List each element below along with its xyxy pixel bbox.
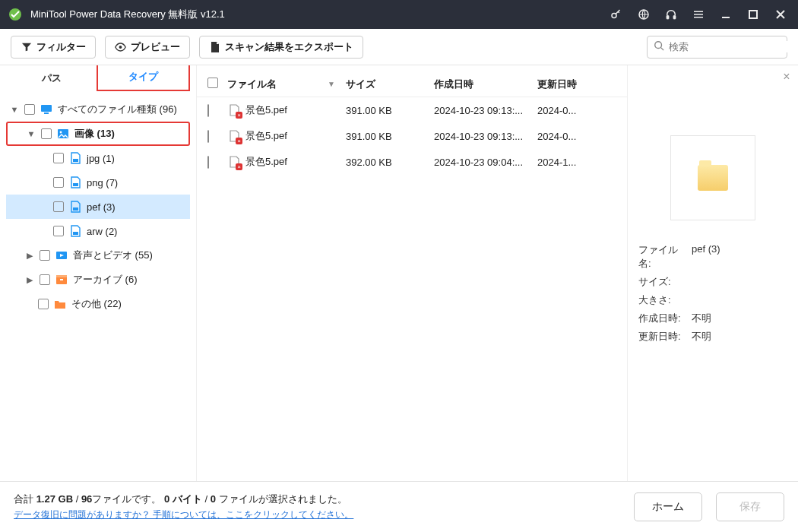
save-button[interactable]: 保存	[716, 492, 784, 521]
chevron-right-icon[interactable]: ▶	[24, 251, 35, 261]
svg-rect-8	[41, 105, 52, 112]
tree-label: arw (2)	[87, 226, 117, 237]
tab-type[interactable]: タイプ	[97, 65, 190, 91]
file-name: 景色5.pef	[245, 129, 287, 143]
image-icon	[56, 127, 70, 141]
svg-point-7	[655, 42, 662, 49]
maximize-icon[interactable]	[743, 5, 763, 24]
preview-key: 更新日時:	[638, 330, 684, 344]
archive-icon	[55, 273, 68, 287]
globe-icon[interactable]	[634, 5, 654, 24]
tree-arw[interactable]: arw (2)	[6, 219, 190, 243]
file-icon	[68, 200, 82, 214]
home-button[interactable]: ホーム	[634, 492, 702, 521]
tree-audio-video[interactable]: ▶ 音声とビデオ (55)	[6, 243, 190, 268]
file-created: 2024-10-23 09:13:...	[434, 131, 537, 142]
search-input[interactable]	[669, 41, 796, 52]
checkbox[interactable]	[40, 274, 50, 285]
checkbox[interactable]	[41, 128, 52, 139]
file-modified: 2024-0...	[537, 131, 606, 142]
minimize-icon[interactable]	[716, 5, 736, 24]
close-icon[interactable]	[771, 5, 790, 24]
titlebar: MiniTool Power Data Recovery 無料版 v12.1	[0, 0, 798, 29]
statusbar: 合計 1.27 GB / 96ファイルです。 0 バイト / 0 ファイルが選択…	[0, 481, 798, 532]
checkbox[interactable]	[53, 226, 64, 236]
key-icon[interactable]	[606, 5, 626, 24]
filter-button[interactable]: フィルター	[11, 36, 96, 59]
tree-label: アーカイブ (6)	[73, 273, 138, 287]
checkbox[interactable]	[24, 104, 35, 115]
export-button[interactable]: スキャン結果をエクスポート	[199, 36, 363, 59]
tree-label: pef (3)	[87, 201, 116, 213]
file-name: 景色5.pef	[245, 155, 287, 169]
file-created: 2024-10-23 09:13:...	[434, 105, 537, 116]
file-deleted-icon: ×	[227, 129, 241, 143]
svg-point-1	[612, 14, 616, 18]
file-deleted-icon: ×	[227, 155, 241, 169]
preview-key: サイズ:	[638, 275, 684, 289]
search-box[interactable]	[647, 36, 787, 59]
column-created[interactable]: 作成日時	[434, 78, 537, 91]
search-icon	[654, 40, 664, 53]
chevron-down-icon[interactable]: ▼	[26, 129, 36, 138]
preview-panel: × ファイル名:pef (3) サイズ: 大きさ: 作成日時:不明 更新日時:不…	[628, 65, 798, 481]
checkbox[interactable]	[207, 156, 209, 169]
tree-images[interactable]: ▼ 画像 (13)	[6, 122, 190, 146]
checkbox[interactable]	[207, 130, 209, 143]
monitor-icon	[40, 103, 53, 116]
preview-button[interactable]: プレビュー	[105, 36, 190, 59]
export-icon	[209, 41, 220, 52]
video-icon	[55, 249, 68, 262]
column-size[interactable]: サイズ	[346, 78, 434, 91]
file-row[interactable]: ×景色5.pef392.00 KB2024-10-23 09:04:...202…	[197, 149, 627, 175]
tree-label: jpg (1)	[87, 153, 115, 164]
tab-path[interactable]: パス	[6, 65, 97, 91]
svg-rect-18	[56, 275, 67, 277]
checkbox[interactable]	[53, 177, 64, 188]
folder-icon	[698, 165, 728, 191]
svg-rect-4	[673, 16, 676, 20]
svg-rect-3	[667, 16, 669, 20]
file-deleted-icon: ×	[227, 103, 241, 117]
column-modified[interactable]: 更新日時	[537, 78, 606, 91]
tree-other[interactable]: その他 (22)	[6, 292, 190, 316]
preview-key: 大きさ:	[638, 293, 684, 307]
file-size: 392.00 KB	[346, 157, 434, 168]
file-row[interactable]: ×景色5.pef391.00 KB2024-10-23 09:13:...202…	[197, 123, 627, 149]
tree-png[interactable]: png (7)	[6, 170, 190, 195]
svg-rect-15	[73, 232, 78, 235]
checkbox[interactable]	[38, 299, 49, 309]
file-size: 391.00 KB	[346, 131, 434, 142]
checkbox[interactable]	[53, 201, 64, 212]
file-name: 景色5.pef	[245, 103, 287, 117]
checkbox[interactable]	[40, 250, 50, 261]
tree-label: すべてのファイル種類 (96)	[58, 103, 177, 116]
file-row[interactable]: ×景色5.pef391.00 KB2024-10-23 09:13:...202…	[197, 97, 627, 123]
headphones-icon[interactable]	[661, 5, 681, 24]
svg-rect-9	[44, 112, 49, 114]
menu-icon[interactable]	[689, 5, 708, 24]
tree-root[interactable]: ▼ すべてのファイル種類 (96)	[6, 97, 190, 122]
checkbox[interactable]	[207, 104, 209, 117]
file-size: 391.00 KB	[346, 105, 434, 116]
file-header: ファイル名▼ サイズ 作成日時 更新日時	[197, 71, 627, 97]
help-link[interactable]: データ復旧に問題がありますか？ 手順については、ここをクリックしてください。	[14, 508, 353, 521]
eye-icon	[115, 41, 126, 52]
tree-archive[interactable]: ▶ アーカイブ (6)	[6, 268, 190, 292]
close-preview-icon[interactable]: ×	[780, 70, 793, 84]
preview-thumbnail	[670, 135, 755, 220]
file-created: 2024-10-23 09:04:...	[434, 157, 537, 168]
tree-pef[interactable]: pef (3)	[6, 195, 190, 219]
column-name[interactable]: ファイル名▼	[227, 78, 346, 91]
svg-rect-14	[73, 207, 78, 211]
tree-label: 音声とビデオ (55)	[73, 249, 153, 262]
checkbox-all[interactable]	[207, 78, 218, 88]
chevron-right-icon[interactable]: ▶	[24, 275, 35, 285]
checkbox[interactable]	[53, 153, 64, 163]
app-title: MiniTool Power Data Recovery 無料版 v12.1	[30, 8, 225, 21]
tree-jpg[interactable]: jpg (1)	[6, 146, 190, 170]
funnel-icon	[21, 41, 32, 52]
preview-key: 作成日時:	[638, 312, 684, 325]
tree-label: 画像 (13)	[74, 127, 115, 141]
chevron-down-icon[interactable]: ▼	[9, 105, 20, 114]
